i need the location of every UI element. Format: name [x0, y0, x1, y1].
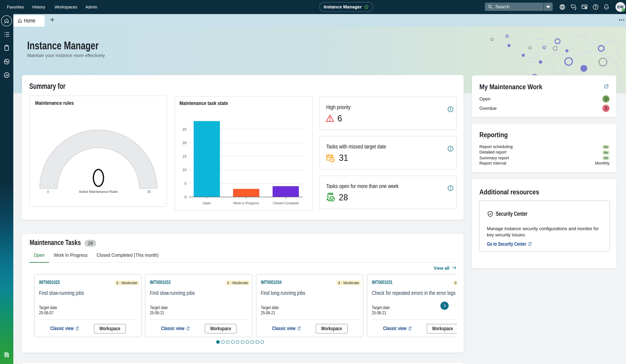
svg-text:0: 0 — [185, 195, 187, 199]
svg-text:20: 20 — [182, 141, 187, 145]
svg-text:5: 5 — [185, 182, 187, 185]
svg-text:10: 10 — [182, 168, 187, 172]
svg-text:0: 0 — [47, 190, 49, 194]
svg-text:35: 35 — [147, 190, 151, 194]
svg-text:25: 25 — [182, 127, 187, 131]
svg-text:Open: Open — [203, 201, 211, 205]
svg-text:Work in Progress: Work in Progress — [233, 201, 259, 205]
svg-text:15: 15 — [182, 154, 187, 158]
svg-text:Closed Complete: Closed Complete — [273, 201, 299, 205]
svg-text:Active Maintenance Rules: Active Maintenance Rules — [79, 190, 118, 194]
